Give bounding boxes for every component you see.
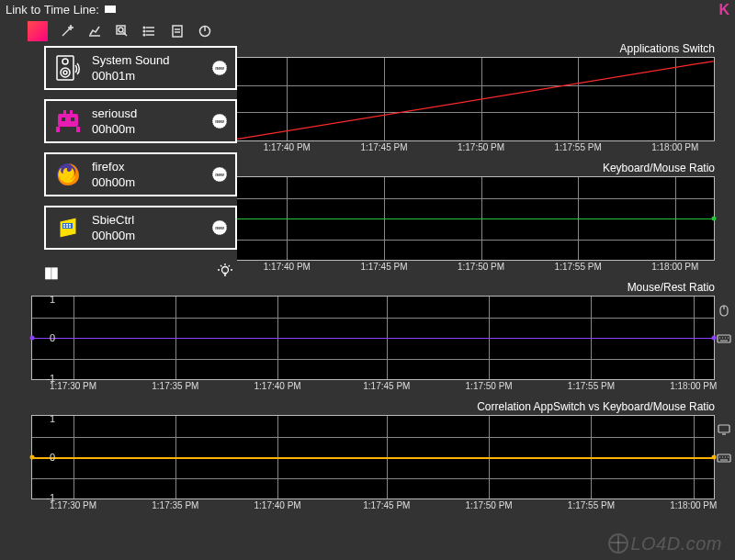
svg-rect-10: [718, 335, 730, 342]
pause-icon[interactable]: ▮▮: [44, 263, 57, 281]
wand-icon[interactable]: [59, 23, 75, 39]
sandbox-icon: [53, 213, 83, 242]
chart2-side-icons: [717, 303, 733, 347]
globe-icon: [608, 533, 628, 554]
mouse-icon[interactable]: [717, 303, 733, 320]
svg-rect-6: [173, 26, 182, 37]
close-icon[interactable]: K: [718, 2, 729, 18]
svg-point-15: [61, 68, 70, 77]
x-tick: 1:18:00 PM: [651, 260, 698, 272]
app-item-sbiectrl[interactable]: SbieCtrl 00h00m new: [44, 206, 237, 250]
watermark-text: LO4D.com: [630, 533, 722, 554]
new-badge-icon: new: [211, 60, 228, 76]
app-name: firefox: [92, 160, 135, 174]
svg-point-16: [63, 71, 67, 74]
svg-rect-21: [62, 118, 65, 121]
x-tick: 1:17:45 PM: [363, 498, 410, 510]
new-badge-icon: new: [211, 166, 228, 183]
y-tick: -1: [31, 492, 59, 503]
x-tick: 1:17:35 PM: [152, 379, 198, 391]
svg-rect-23: [56, 127, 60, 132]
keyboard-icon[interactable]: [717, 453, 733, 466]
x-tick: 1:17:50 PM: [466, 498, 513, 510]
svg-point-2: [119, 28, 123, 32]
y-tick: 0: [31, 332, 59, 343]
x-tick: 1:17:40 PM: [264, 140, 311, 152]
app-item-firefox[interactable]: firefox 00h00m new: [44, 152, 237, 196]
app-item-system-sound[interactable]: System Sound 00h01m new: [44, 46, 237, 90]
x-tick: 1:17:45 PM: [363, 379, 410, 391]
app-time: 00h00m: [92, 175, 135, 189]
robot-icon: [53, 106, 83, 136]
x-tick: 1:17:50 PM: [458, 140, 504, 152]
app-time: 00h01m: [92, 69, 170, 83]
svg-rect-20: [58, 114, 78, 127]
x-tick: 1:17:40 PM: [254, 379, 301, 391]
x-tick: 1:18:00 PM: [670, 379, 717, 391]
x-tick: 1:17:40 PM: [264, 260, 311, 272]
svg-rect-37: [66, 224, 68, 226]
chart-title: Keyboard/Mouse Ratio: [603, 162, 715, 174]
y-tick: 0: [31, 452, 59, 463]
plot-area[interactable]: 1:17:40 PM 1:17:45 PM 1:17:50 PM 1:17:55…: [228, 57, 715, 141]
plot-area[interactable]: 1:17:40 PM 1:17:45 PM 1:17:50 PM 1:17:55…: [228, 176, 715, 261]
chart-panel-mouserest: Mouse/Rest Ratio 1:17:30 PM 1:17:35 PM 1…: [4, 283, 731, 398]
toolbar: [0, 18, 735, 44]
monitor-icon[interactable]: [717, 422, 733, 440]
app-name: SbieCtrl: [92, 213, 135, 227]
svg-point-14: [62, 59, 68, 64]
svg-text:new: new: [215, 118, 224, 124]
new-badge-icon: new: [211, 219, 228, 236]
x-tick: 1:17:55 PM: [568, 379, 615, 391]
svg-rect-22: [71, 118, 74, 121]
search-icon[interactable]: [114, 23, 130, 39]
svg-line-8: [229, 62, 714, 140]
chart-title: Correlation AppSwitch vs Keyboard/Mouse …: [477, 400, 715, 413]
y-tick: -1: [31, 373, 59, 384]
x-tick: 1:17:35 PM: [152, 498, 198, 510]
app-name: System Sound: [92, 53, 170, 67]
power-icon[interactable]: [197, 23, 213, 39]
plot-area[interactable]: 1:17:30 PM 1:17:35 PM 1:17:40 PM 1:17:45…: [31, 296, 715, 380]
plot-area[interactable]: 1:17:30 PM 1:17:35 PM 1:17:40 PM 1:17:45…: [31, 415, 715, 499]
firefox-icon: [53, 160, 83, 189]
x-tick: 1:17:55 PM: [555, 140, 602, 152]
svg-text:new: new: [215, 225, 224, 230]
keyboard-icon[interactable]: [717, 333, 733, 347]
app-time: 00h00m: [92, 122, 137, 136]
x-tick: 1:17:45 PM: [360, 140, 407, 152]
document-icon[interactable]: [169, 23, 186, 39]
svg-text:new: new: [215, 172, 224, 177]
svg-rect-35: [62, 223, 73, 229]
new-badge-icon: new: [211, 113, 228, 129]
svg-rect-41: [69, 227, 71, 229]
svg-rect-11: [718, 425, 729, 432]
app-time: 00h00m: [92, 229, 135, 242]
chart-icon[interactable]: [86, 23, 103, 39]
svg-point-3: [143, 27, 145, 28]
application-list-panel: System Sound 00h01m new seriousd 00h00m …: [44, 46, 237, 282]
lightbulb-icon[interactable]: [217, 263, 233, 282]
chart-title: Applications Switch: [620, 42, 715, 55]
x-tick: 1:18:00 PM: [670, 498, 717, 510]
chart-title: Mouse/Rest Ratio: [628, 281, 715, 294]
speaker-icon: [53, 53, 83, 83]
x-tick: 1:18:00 PM: [651, 140, 698, 152]
color-swatch[interactable]: [28, 21, 48, 41]
svg-rect-36: [63, 224, 65, 226]
svg-rect-40: [66, 227, 68, 229]
svg-rect-25: [63, 110, 66, 114]
chart3-side-icons: [717, 422, 733, 466]
svg-rect-39: [63, 227, 65, 229]
svg-point-0: [70, 27, 72, 28]
titlebar: Link to Time Line: K: [0, 0, 735, 18]
app-item-seriousd[interactable]: seriousd 00h00m new: [44, 99, 237, 143]
watermark: LO4D.com: [608, 533, 722, 554]
list-icon[interactable]: [141, 23, 158, 39]
x-tick: 1:17:50 PM: [466, 379, 513, 391]
titlebar-text: Link to Time Line:: [6, 3, 99, 17]
svg-point-4: [143, 30, 145, 32]
titlebar-indicator: [105, 6, 116, 13]
app-name: seriousd: [92, 106, 137, 120]
x-tick: 1:17:55 PM: [568, 498, 615, 510]
